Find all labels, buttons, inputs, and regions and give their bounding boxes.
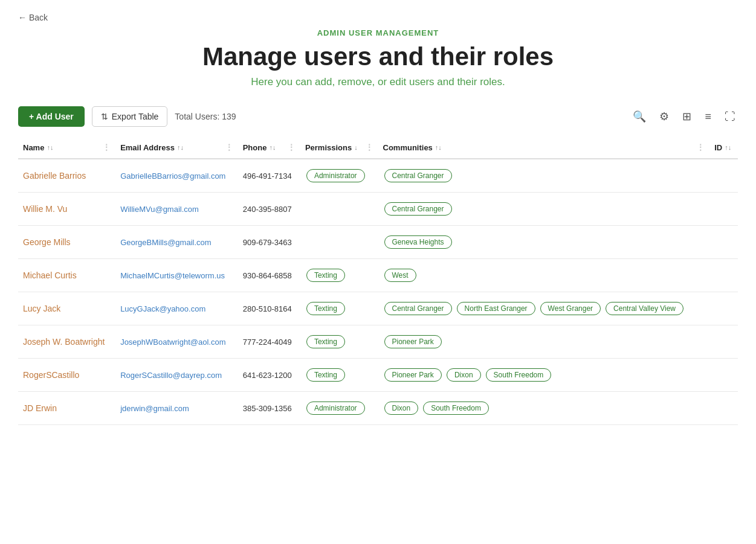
search-button[interactable]: 🔍	[630, 107, 648, 126]
permission-tag: Administrator	[306, 169, 365, 182]
user-name-link[interactable]: Lucy Jack	[23, 304, 60, 313]
community-tag: South Freedom	[423, 402, 489, 415]
admin-label: ADMIN USER MANAGEMENT	[18, 28, 738, 37]
user-name-link[interactable]: JD Erwin	[23, 403, 57, 413]
cell-communities: Central Granger	[378, 193, 710, 226]
permissions-sort-icon: ↓	[354, 144, 358, 151]
cell-communities: Pioneer Park	[378, 325, 710, 359]
cell-communities: DixonSouth Freedom	[378, 392, 710, 425]
user-email-link[interactable]: JosephWBoatwright@aol.com	[120, 338, 225, 347]
table-row: Gabrielle BarriosGabrielleBBarrios@gmail…	[18, 159, 738, 193]
col-header-communities[interactable]: Communities ↑↓ ⋮	[378, 136, 710, 159]
permission-tag: Administrator	[306, 402, 365, 415]
fullscreen-button[interactable]: ⛶	[722, 108, 738, 126]
cell-phone: 641-623-1200	[238, 359, 300, 392]
table-header-row: Name ↑↓ ⋮ Email Address ↑↓ ⋮	[18, 136, 738, 159]
page-subtitle: Here you can add, remove, or edit users …	[18, 76, 738, 88]
cell-permissions: Texting	[300, 259, 378, 292]
cell-communities: Central Granger	[378, 159, 710, 193]
cell-phone: 909-679-3463	[238, 226, 300, 259]
community-tag: West Granger	[540, 302, 601, 315]
user-email-link[interactable]: GabrielleBBarrios@gmail.com	[120, 171, 225, 181]
add-user-button[interactable]: + Add User	[18, 106, 85, 127]
cell-phone: 280-510-8164	[238, 292, 300, 325]
phone-sort-icon: ↑↓	[269, 144, 276, 151]
cell-permissions: Administrator	[300, 392, 378, 425]
cell-id	[709, 226, 738, 259]
cell-name: RogerSCastillo	[18, 359, 115, 392]
email-sort-icon: ↑↓	[177, 144, 184, 151]
user-name-link[interactable]: Willie M. Vu	[23, 204, 67, 214]
page-title: Manage users and their roles	[18, 42, 738, 71]
community-tag: Pioneer Park	[384, 335, 442, 348]
cell-name: Willie M. Vu	[18, 193, 115, 226]
cell-communities: Pioneer ParkDixonSouth Freedom	[378, 359, 710, 392]
cell-name: Gabrielle Barrios	[18, 159, 115, 193]
cell-phone: 777-224-4049	[238, 325, 300, 359]
table-row: George MillsGeorgeBMills@gmail.com909-67…	[18, 226, 738, 259]
table-row: Lucy JackLucyGJack@yahoo.com280-510-8164…	[18, 292, 738, 325]
permission-tag: Texting	[306, 368, 345, 382]
columns-button[interactable]: ⊞	[680, 107, 694, 126]
col-header-email[interactable]: Email Address ↑↓ ⋮	[115, 136, 238, 159]
cell-permissions: Texting	[300, 292, 378, 325]
community-tag: West	[384, 269, 416, 282]
user-email-link[interactable]: GeorgeBMills@gmail.com	[120, 238, 211, 247]
user-email-link[interactable]: jderwin@gmail.com	[120, 404, 189, 413]
cell-email: JosephWBoatwright@aol.com	[115, 325, 238, 359]
cell-id	[709, 159, 738, 193]
cell-permissions: Texting	[300, 325, 378, 359]
user-name-link[interactable]: Gabrielle Barrios	[23, 171, 86, 181]
col-header-id[interactable]: ID ↑↓	[709, 136, 738, 159]
phone-col-menu[interactable]: ⋮	[287, 142, 296, 152]
community-tag: Pioneer Park	[384, 368, 442, 382]
communities-col-menu[interactable]: ⋮	[696, 142, 705, 152]
export-table-button[interactable]: ⇅ Export Table	[92, 106, 168, 127]
filter-button[interactable]: ⚙	[657, 107, 671, 126]
cell-permissions	[300, 226, 378, 259]
cell-phone: 240-395-8807	[238, 193, 300, 226]
export-icon: ⇅	[101, 112, 108, 121]
user-name-link[interactable]: George Mills	[23, 237, 71, 247]
user-email-link[interactable]: WillieMVu@gmail.com	[120, 205, 199, 214]
toolbar-right-icons: 🔍 ⚙ ⊞ ≡ ⛶	[630, 107, 738, 126]
cell-id	[709, 193, 738, 226]
cell-email: jderwin@gmail.com	[115, 392, 238, 425]
cell-phone: 496-491-7134	[238, 159, 300, 193]
density-button[interactable]: ≡	[702, 108, 714, 126]
table-row: RogerSCastilloRogerSCastillo@dayrep.com6…	[18, 359, 738, 392]
user-email-link[interactable]: MichaelMCurtis@teleworm.us	[120, 271, 225, 280]
user-email-link[interactable]: LucyGJack@yahoo.com	[120, 304, 205, 313]
col-header-phone[interactable]: Phone ↑↓ ⋮	[238, 136, 300, 159]
permissions-col-menu[interactable]: ⋮	[365, 142, 373, 152]
cell-email: WillieMVu@gmail.com	[115, 193, 238, 226]
name-col-menu[interactable]: ⋮	[102, 142, 111, 152]
cell-name: Joseph W. Boatwright	[18, 325, 115, 359]
cell-name: Michael Curtis	[18, 259, 115, 292]
cell-email: RogerSCastillo@dayrep.com	[115, 359, 238, 392]
total-users-label: Total Users: 139	[175, 112, 236, 121]
community-tag: Dixon	[447, 368, 481, 382]
cell-email: GabrielleBBarrios@gmail.com	[115, 159, 238, 193]
community-tag: Central Granger	[384, 169, 452, 182]
cell-permissions	[300, 193, 378, 226]
user-name-link[interactable]: Joseph W. Boatwright	[23, 337, 105, 347]
cell-communities: Central GrangerNorth East GrangerWest Gr…	[378, 292, 710, 325]
cell-phone: 930-864-6858	[238, 259, 300, 292]
back-link[interactable]: ← Back	[18, 13, 48, 22]
col-header-permissions[interactable]: Permissions ↓ ⋮	[300, 136, 378, 159]
user-name-link[interactable]: RogerSCastillo	[23, 370, 79, 380]
email-col-menu[interactable]: ⋮	[225, 142, 233, 152]
user-email-link[interactable]: RogerSCastillo@dayrep.com	[120, 371, 222, 380]
cell-email: GeorgeBMills@gmail.com	[115, 226, 238, 259]
col-header-name[interactable]: Name ↑↓ ⋮	[18, 136, 115, 159]
user-name-link[interactable]: Michael Curtis	[23, 270, 77, 280]
cell-email: MichaelMCurtis@teleworm.us	[115, 259, 238, 292]
community-tag: Dixon	[384, 402, 419, 415]
export-label: Export Table	[112, 112, 159, 121]
cell-communities: West	[378, 259, 710, 292]
community-tag: Central Granger	[384, 302, 452, 315]
user-table: Name ↑↓ ⋮ Email Address ↑↓ ⋮	[18, 136, 738, 425]
table-row: JD Erwinjderwin@gmail.com385-309-1356Adm…	[18, 392, 738, 425]
table-row: Joseph W. BoatwrightJosephWBoatwright@ao…	[18, 325, 738, 359]
